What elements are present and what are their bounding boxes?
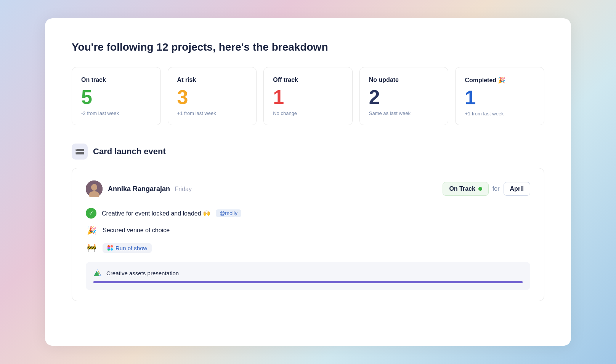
party-icon: 🎉	[86, 225, 97, 236]
stat-label: No update	[369, 77, 439, 83]
update-header: Annika Rangarajan Friday On Track for Ap…	[86, 180, 530, 197]
update-item-3: 🚧 Run of show	[86, 242, 530, 254]
attachment-area: Creative assets presentation	[86, 262, 530, 290]
section-icon: 🟰	[72, 144, 88, 160]
stat-label: Off track	[273, 77, 343, 83]
update-item-2: 🎉 Secured venue of choice	[86, 225, 530, 236]
construction-icon: 🚧	[86, 242, 97, 254]
svg-point-1	[91, 184, 97, 191]
stat-label: Completed 🎉	[465, 77, 535, 84]
author-date: Friday	[175, 186, 192, 192]
stat-sub: Same as last week	[369, 110, 439, 116]
stat-number: 5	[81, 86, 151, 108]
update-items: ✓ Creative for event locked and loaded 🙌…	[86, 208, 530, 254]
attachment-title: Creative assets presentation	[106, 270, 179, 276]
stat-label: On track	[81, 77, 151, 83]
attachment-progress-bar	[93, 281, 523, 283]
stat-number: 3	[177, 86, 247, 108]
avatar	[86, 180, 103, 197]
stat-number: 1	[273, 86, 343, 108]
run-of-show-label: Run of show	[116, 245, 147, 251]
stat-card-noupdate: No update2Same as last week	[359, 67, 449, 125]
stat-card-ontrack: On track5-2 from last week	[72, 67, 161, 125]
for-text: for	[492, 185, 500, 192]
stat-card-atrisk: At risk3+1 from last week	[168, 67, 257, 125]
run-of-show-link[interactable]: Run of show	[103, 243, 152, 253]
stat-number: 1	[465, 87, 535, 109]
svg-marker-12	[94, 271, 99, 276]
author-name: Annika Rangarajan	[108, 185, 170, 193]
figma-icon	[107, 245, 113, 251]
section-title: Card launch event	[93, 147, 166, 156]
svg-rect-4	[111, 245, 113, 247]
on-track-badge: On Track	[443, 182, 488, 196]
stat-sub: -2 from last week	[81, 110, 151, 116]
stats-row: On track5-2 from last weekAt risk3+1 fro…	[72, 67, 544, 125]
stat-number: 2	[369, 86, 439, 108]
svg-point-6	[111, 248, 113, 251]
mention-tag[interactable]: @molly	[216, 209, 241, 217]
page-title: You're following 12 projects, here's the…	[72, 41, 544, 53]
item-text-1: Creative for event locked and loaded 🙌	[102, 210, 210, 217]
stat-sub: No change	[273, 110, 343, 116]
author-name-area: Annika Rangarajan Friday	[108, 185, 192, 193]
stat-card-offtrack: Off track1No change	[263, 67, 353, 125]
svg-rect-7	[107, 247, 110, 249]
update-item-1: ✓ Creative for event locked and loaded 🙌…	[86, 208, 530, 219]
stat-sub: +1 from last week	[177, 110, 247, 116]
project-card: Annika Rangarajan Friday On Track for Ap…	[72, 168, 544, 301]
stat-label: At risk	[177, 77, 247, 83]
section-header: 🟰 Card launch event	[72, 144, 544, 160]
check-circle-icon: ✓	[86, 208, 96, 219]
author-info: Annika Rangarajan Friday	[86, 180, 192, 197]
month-badge: April	[504, 182, 530, 196]
attachment-row: Creative assets presentation	[93, 269, 523, 277]
item-text-2: Secured venue of choice	[103, 227, 170, 234]
stat-card-completed🎉: Completed 🎉1+1 from last week	[455, 67, 544, 125]
on-track-label: On Track	[449, 185, 475, 192]
main-card: You're following 12 projects, here's the…	[45, 18, 571, 346]
on-track-dot	[478, 187, 482, 191]
google-drive-icon	[93, 269, 102, 277]
stat-sub: +1 from last week	[465, 111, 535, 117]
status-badge-area: On Track for April	[443, 182, 530, 196]
